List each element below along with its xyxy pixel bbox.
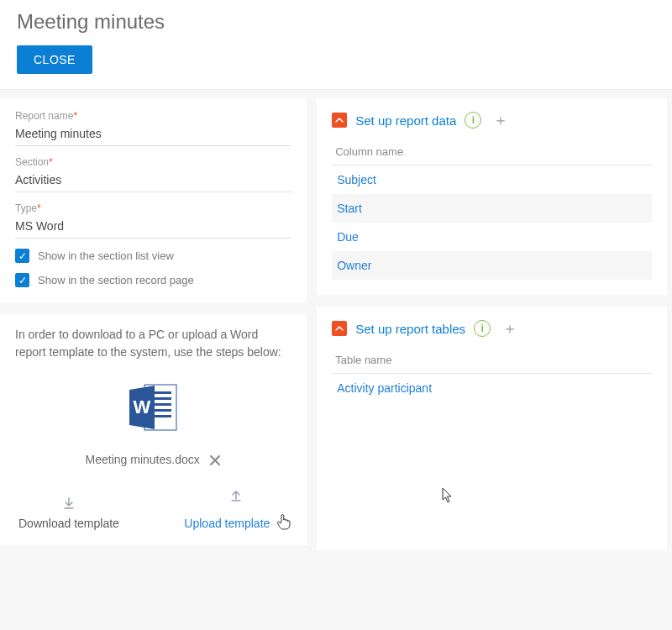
word-icon: W — [126, 380, 181, 435]
section-label-text: Section — [15, 156, 49, 168]
file-name: Meeting minutes.docx — [86, 453, 200, 466]
required-star: * — [73, 110, 77, 122]
report-data-header: Set up report data i ＋ — [332, 110, 652, 130]
type-label: Type* — [15, 202, 291, 214]
report-name-label: Report name* — [15, 110, 291, 122]
download-template-button[interactable]: Download template — [18, 496, 119, 530]
table-row[interactable]: Activity participant — [332, 374, 652, 402]
table-name-header: Table name — [332, 349, 652, 374]
report-tables-header: Set up report tables i ＋ — [332, 318, 652, 339]
page-title: Meeting minutes — [17, 10, 655, 34]
collapse-icon[interactable] — [332, 113, 347, 128]
template-panel: In order to download to a PC or upload a… — [0, 314, 307, 545]
add-table-icon[interactable]: ＋ — [499, 318, 521, 339]
table-row[interactable]: Start — [332, 194, 652, 223]
upload-template-button[interactable]: Upload template — [184, 489, 288, 530]
right-column: Set up report data i ＋ Column name Subje… — [317, 98, 667, 562]
word-file-icon: W — [15, 380, 291, 438]
column-name-header: Column name — [332, 140, 652, 165]
template-instruction: In order to download to a PC or upload a… — [15, 326, 291, 361]
checkbox-icon[interactable] — [15, 249, 29, 263]
checkbox-icon[interactable] — [15, 273, 29, 287]
add-column-icon[interactable]: ＋ — [490, 110, 512, 130]
show-list-checkbox-row[interactable]: Show in the section list view — [15, 249, 291, 263]
upload-template-label: Upload template — [184, 517, 270, 530]
download-icon — [18, 496, 119, 513]
report-tables-table: Table name Activity participant — [332, 349, 652, 402]
report-data-panel: Set up report data i ＋ Column name Subje… — [317, 98, 667, 295]
main-columns: Report name* Meeting minutes Section* Ac… — [0, 90, 672, 562]
left-column: Report name* Meeting minutes Section* Ac… — [0, 98, 307, 562]
report-tables-panel: Set up report tables i ＋ Table name Acti… — [317, 307, 667, 550]
show-record-checkbox-row[interactable]: Show in the section record page — [15, 273, 291, 287]
info-icon[interactable]: i — [474, 320, 491, 337]
type-label-text: Type — [15, 202, 37, 214]
table-row[interactable]: Subject — [332, 165, 652, 194]
show-list-label: Show in the section list view — [38, 249, 174, 262]
report-settings-panel: Report name* Meeting minutes Section* Ac… — [0, 98, 307, 302]
upload-icon — [184, 489, 288, 506]
page-header: Meeting minutes CLOSE — [0, 0, 672, 90]
section-field[interactable]: Section* Activities — [15, 156, 291, 192]
report-data-table: Column name Subject Start Due Owner — [332, 140, 652, 280]
template-actions: Download template Upload template — [15, 489, 291, 530]
report-name-label-text: Report name — [15, 110, 73, 122]
type-field[interactable]: Type* MS Word — [15, 202, 291, 239]
report-name-value[interactable]: Meeting minutes — [15, 123, 291, 146]
cursor-arrow-icon — [441, 486, 672, 507]
type-value[interactable]: MS Word — [15, 216, 291, 239]
report-data-title[interactable]: Set up report data — [355, 113, 456, 128]
info-icon[interactable]: i — [465, 112, 481, 129]
collapse-icon[interactable] — [332, 321, 347, 336]
show-record-label: Show in the section record page — [38, 274, 194, 286]
report-tables-title[interactable]: Set up report tables — [355, 322, 465, 336]
close-button[interactable]: CLOSE — [17, 45, 92, 74]
section-value[interactable]: Activities — [15, 170, 291, 192]
table-row[interactable]: Due — [332, 223, 652, 251]
required-star: * — [37, 202, 41, 214]
report-name-field[interactable]: Report name* Meeting minutes — [15, 110, 291, 146]
file-row: Meeting minutes.docx — [15, 453, 291, 467]
required-star: * — [49, 156, 53, 168]
table-row[interactable]: Owner — [332, 251, 652, 280]
download-template-label: Download template — [18, 517, 119, 530]
remove-file-icon[interactable] — [208, 454, 222, 467]
section-label: Section* — [15, 156, 291, 168]
svg-text:W: W — [133, 396, 150, 417]
cursor-hand-icon — [276, 512, 291, 533]
